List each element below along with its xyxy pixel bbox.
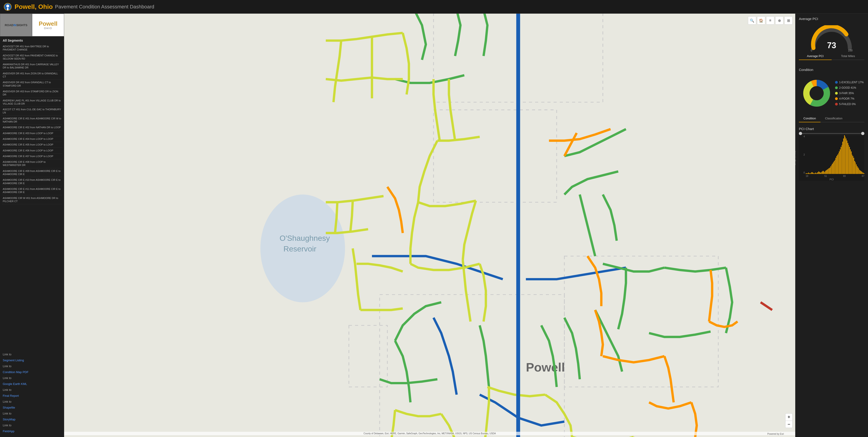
segment-item[interactable]: ASHMOORE CIR E #09 from ASHMOORE CIR E t…	[2, 168, 62, 177]
pci-bar	[847, 141, 847, 174]
pci-slider-row	[799, 133, 864, 134]
link-anchor[interactable]: FieldApp	[3, 428, 61, 434]
segment-item[interactable]: ASHMOORE CIR W #01 from ASHMOORE DR to P…	[2, 195, 62, 205]
legend-item: 4-POOR 7%	[835, 96, 864, 101]
pci-chart-section: PCI Chart Length (miles) 4 2 0	[795, 127, 868, 183]
map-layers-btn[interactable]: ⊕	[775, 17, 783, 25]
link-anchor[interactable]: Segment Listing	[3, 357, 61, 363]
pci-bar	[857, 166, 858, 174]
segment-item[interactable]: ASHMOORE CIR E #08 from LOOP to WESTMINS…	[2, 159, 62, 168]
link-label: Link to	[3, 353, 11, 356]
legend-label: 4-POOR 7%	[839, 96, 855, 101]
avg-pci-section: Average PCI 73 0 100 Average PCI	[795, 13, 868, 65]
pci-bar	[851, 151, 851, 174]
x-label: 19	[806, 175, 808, 177]
pci-bar	[833, 162, 834, 174]
roadinsights-logo: ROADINSIGHTS	[0, 13, 32, 36]
donut-chart-container: 1-EXCELLENT 17%2-GOOD 41%3-FAIR 35%4-POO…	[799, 74, 864, 113]
pci-bar	[847, 143, 848, 174]
segment-item[interactable]: ASHMOORE CIR E #05 from LOOP to LOOP	[2, 142, 62, 148]
legend-dot	[835, 103, 838, 105]
link-anchor[interactable]: Shapefile	[3, 405, 61, 411]
segment-item[interactable]: ASHMOORE CIR E #03 from LOOP to LOOP	[2, 130, 62, 136]
segment-item[interactable]: ANDOVER DR #01 from ZION DR to GRANDALL …	[2, 71, 62, 80]
segment-item[interactable]: ASHMOORE CIR E #10 from ASHMOORE CIR E t…	[2, 177, 62, 186]
legend-item: 2-GOOD 41%	[835, 85, 864, 91]
segment-item[interactable]: ASCOT CT #01 from CUL-DE-SAC to THORNBUR…	[2, 106, 62, 116]
pci-bar	[852, 156, 853, 174]
tab-total-miles[interactable]: Total Miles	[832, 53, 864, 60]
condition-tabs-row: Condition Classification	[799, 115, 864, 122]
link-item: Link to Shapefile	[3, 399, 61, 411]
map-list-btn[interactable]: ≡	[766, 17, 774, 25]
pci-range-slider[interactable]	[799, 133, 864, 134]
map-svg: O'Shaughnesy Reservoir Powell	[64, 13, 795, 437]
link-label: Link to	[3, 388, 11, 392]
zoom-out-btn[interactable]: −	[785, 420, 793, 428]
segment-item[interactable]: ASHMOORE CIR E #02 from NATHAN DR to LOO…	[2, 125, 62, 130]
segment-item[interactable]: ASHMOORE CIR E #01 from ASHMOORE CIR W t…	[2, 116, 62, 125]
zoom-in-btn[interactable]: +	[785, 413, 793, 420]
pci-bar	[831, 165, 832, 174]
tab-classification[interactable]: Classification	[820, 115, 847, 122]
dashboard-subtitle: Pavement Condition Assessment Dashboard	[55, 4, 154, 10]
map-search-btn[interactable]: 🔍	[748, 17, 756, 25]
map-attribution-right: Powered by Esri	[767, 433, 784, 435]
pci-bar	[830, 167, 830, 174]
legend-item: 1-EXCELLENT 17%	[835, 80, 864, 85]
link-label: Link to	[3, 424, 11, 427]
gauge-min-label: 0	[811, 49, 812, 52]
map-grid-btn[interactable]: ⊞	[784, 17, 793, 25]
pci-bar	[861, 171, 862, 174]
legend-item: 5-FAILED 0%	[835, 101, 864, 107]
segment-item[interactable]: ASHMOORE CIR E #11 from ASHMOORE CIR E t…	[2, 186, 62, 195]
link-anchor[interactable]: StoryMap	[3, 416, 61, 423]
pci-bar	[856, 164, 857, 174]
y-label-2: 2	[799, 154, 805, 156]
segment-item[interactable]: ANDOVER DR #02 from GRANDALL CT to STAMF…	[2, 80, 62, 89]
pci-bar	[826, 170, 827, 174]
link-anchor[interactable]: Google Earth KML	[3, 381, 61, 387]
condition-title: Condition	[799, 68, 864, 72]
svg-rect-2	[64, 13, 795, 437]
pci-bar	[840, 149, 840, 174]
segment-item[interactable]: ASHMOORE CIR E #04 from LOOP to LOOP	[2, 136, 62, 142]
segment-item[interactable]: ADVOCET DR #02 from PAVEMENT CHANGE to S…	[2, 53, 62, 62]
segment-item[interactable]: ASHMOORE CIR E #07 from LOOP to LOOP	[2, 154, 62, 159]
pci-tabs-row: Average PCI Total Miles	[799, 53, 864, 60]
pci-slider-right[interactable]	[861, 132, 864, 135]
donut-legend: 1-EXCELLENT 17%2-GOOD 41%3-FAIR 35%4-POO…	[835, 80, 864, 107]
pci-bar	[829, 168, 829, 174]
pci-y-axis: 4 2 0	[799, 135, 806, 174]
donut-chart-svg	[800, 76, 834, 110]
segment-item[interactable]: ANDOVER DR #03 from STAMFORD DR to ZION …	[2, 89, 62, 98]
map-area[interactable]: 🔍 🏠 ≡ ⊕ ⊞ O'Shaughnesy Reservoir Powell	[64, 13, 795, 437]
link-item: Link to Segment Listing	[3, 351, 61, 363]
tab-condition[interactable]: Condition	[799, 115, 820, 122]
legend-label: 2-GOOD 41%	[839, 85, 856, 91]
link-item: Link to StoryMap	[3, 411, 61, 423]
link-anchor[interactable]: Final Report	[3, 393, 61, 399]
pci-bar	[842, 142, 843, 174]
link-anchor[interactable]: Condition Map PDF	[3, 369, 61, 375]
map-home-btn[interactable]: 🏠	[757, 17, 765, 25]
segment-list[interactable]: ADVOCET DR #01 from BAYTREE DR to PAVEME…	[0, 44, 64, 349]
tab-average-pci[interactable]: Average PCI	[799, 53, 832, 60]
pci-gauge: 73 0 100	[799, 23, 864, 53]
legend-label: 3-FAIR 35%	[839, 91, 854, 96]
segment-item[interactable]: AMARANTHUS DR #01 from CARRIAGE VALLEY D…	[2, 62, 62, 71]
segment-item[interactable]: ADVOCET DR #01 from BAYTREE DR to PAVEME…	[2, 44, 62, 53]
segment-item[interactable]: ASHMOORE CIR E #06 from LOOP to LOOP	[2, 148, 62, 154]
pci-x-axis: 19516987	[806, 174, 864, 181]
pci-chart-wrap: Length (miles) 4 2 0 19516987 PCI	[799, 135, 864, 181]
powell-logo: Powell OHIO	[32, 13, 64, 36]
pci-bar	[850, 149, 851, 174]
legend-label: 1-EXCELLENT 17%	[839, 80, 864, 85]
segment-item[interactable]: ANDREW LAKE PL #01 from VILLAGE CLUB DR …	[2, 98, 62, 107]
pci-bar	[845, 137, 846, 174]
legend-label: 5-FAILED 0%	[839, 101, 856, 107]
pci-bar	[848, 145, 849, 174]
pci-slider-left[interactable]	[799, 132, 802, 135]
pci-bar	[825, 172, 825, 174]
pci-bars-area	[806, 135, 864, 174]
